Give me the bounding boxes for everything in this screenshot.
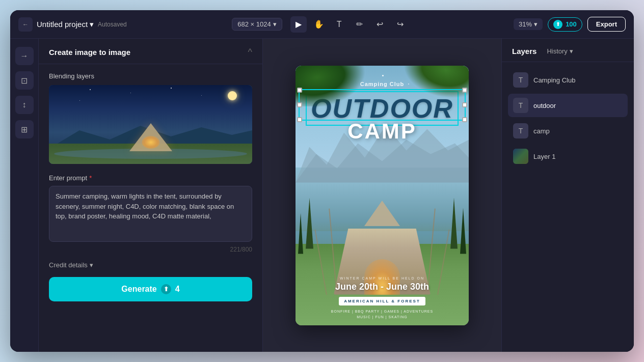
zoom-control[interactable]: 31% ▾ <box>514 18 543 30</box>
layer-item[interactable]: Layer 1 <box>508 145 628 168</box>
redo-button[interactable]: ↪ <box>392 16 409 33</box>
history-tab[interactable]: History ▾ <box>547 47 573 55</box>
select-tool-button[interactable]: ▶ <box>290 16 307 33</box>
panel-body: Blending layers <box>39 64 262 352</box>
left-panel: Create image to image ^ Blending layers <box>39 39 263 352</box>
canvas-poster: Camping Club OUTDOOR <box>296 66 469 325</box>
poster: Camping Club OUTDOOR <box>296 66 469 325</box>
generate-button[interactable]: Generate ⬆ 4 <box>49 277 252 301</box>
pen-tool-button[interactable]: ✏ <box>352 16 368 33</box>
history-tab-chevron: ▾ <box>570 47 573 55</box>
export-button[interactable]: Export <box>587 17 626 32</box>
panel-title: Create image to image <box>49 48 130 57</box>
sidebar-icons: → ⊡ ↕ ⊞ <box>10 39 39 352</box>
poster-camp-text: CAMP <box>296 119 469 144</box>
credit-details-label: Credit details <box>49 261 88 269</box>
header-right: 31% ▾ ⬆ 100 Export <box>514 17 626 32</box>
layer-name: camp <box>533 127 550 135</box>
prompt-label: Enter prompt <box>49 174 87 182</box>
prompt-section: Enter prompt * 221/800 <box>49 174 252 253</box>
credit-icon: ⬆ <box>553 20 562 29</box>
blending-label: Blending layers <box>49 72 252 80</box>
back-button[interactable]: ← <box>18 17 33 32</box>
canvas-size-dropdown[interactable]: 682 × 1024 ▾ <box>232 18 282 31</box>
toolbar-tools: ▶ ✋ T ✏ ↩ ↪ <box>290 16 409 33</box>
required-star: * <box>89 174 92 182</box>
zoom-chevron: ▾ <box>534 20 538 28</box>
panel-collapse-button[interactable]: ^ <box>248 47 252 58</box>
zoom-level-text: 31% <box>519 20 532 28</box>
canvas-size-text: 682 × 1024 <box>237 20 271 28</box>
tent-illustration <box>49 85 252 164</box>
layer-item[interactable]: T camp <box>508 119 628 143</box>
char-count: 221/800 <box>49 246 252 253</box>
header-center: 682 × 1024 ▾ ▶ ✋ T ✏ ↩ ↪ <box>133 16 507 33</box>
canvas-area[interactable]: Camping Club OUTDOOR <box>263 39 501 352</box>
sidebar-icon-grid[interactable]: ⊞ <box>15 120 34 138</box>
right-panel: Layers History ▾ T Camping Club T outdoo… <box>501 39 634 352</box>
layer-name: Layer 1 <box>533 153 555 160</box>
sidebar-icon-image[interactable]: ⊡ <box>15 71 34 90</box>
sidebar-icon-transform[interactable]: ↕ <box>15 96 34 114</box>
hand-tool-button[interactable]: ✋ <box>311 16 327 33</box>
activities-line1: BONFIRE | BBQ PARTY | GAMES | ADVENTURES <box>303 309 461 314</box>
right-panel-header: Layers History ▾ <box>502 39 634 62</box>
history-tab-label: History <box>547 47 567 55</box>
panel-header: Create image to image ^ <box>39 39 262 64</box>
credit-count: 100 <box>566 20 577 28</box>
header: ← Untitled project ▾ Autosaved 682 × 102… <box>10 10 634 39</box>
prompt-textarea[interactable] <box>49 186 252 242</box>
project-title-text: Untitled project <box>37 20 88 29</box>
winter-camp-label: WINTER CAMP WILL BE HELD ON <box>303 276 461 280</box>
layer-text-icon: T <box>513 98 528 113</box>
prompt-label-row: Enter prompt * <box>49 174 252 182</box>
activities-line2: MUSIC | FUN | SKATING <box>303 314 461 320</box>
camp-text: CAMP <box>347 119 417 143</box>
generate-count: 4 <box>175 285 180 294</box>
header-left: ← Untitled project ▾ Autosaved <box>18 17 127 32</box>
generate-icon: ⬆ <box>161 284 171 294</box>
layer-text-icon: T <box>513 123 528 138</box>
credit-details-chevron: ▾ <box>90 261 93 269</box>
layer-thumbnail <box>513 149 528 164</box>
layers-tab[interactable]: Layers <box>512 47 536 55</box>
layer-name: Camping Club <box>533 76 575 84</box>
date-text: June 20th - June 30th <box>303 282 461 292</box>
layers-list: T Camping Club T outdoor T camp <box>502 62 634 352</box>
location-badge: AMERICAN HILL & FOREST <box>339 297 425 305</box>
autosaved-label: Autosaved <box>98 21 127 28</box>
credit-details-dropdown[interactable]: Credit details ▾ <box>49 261 252 269</box>
layer-item[interactable]: T outdoor <box>508 94 628 117</box>
app-window: ← Untitled project ▾ Autosaved 682 × 102… <box>10 10 634 352</box>
layer-item[interactable]: T Camping Club <box>508 68 628 92</box>
poster-bottom-info: WINTER CAMP WILL BE HELD ON June 20th - … <box>296 271 469 325</box>
sidebar-icon-arrow[interactable]: → <box>15 47 34 65</box>
blending-image[interactable] <box>49 85 252 164</box>
layer-name: outdoor <box>533 102 556 109</box>
project-title-dropdown[interactable]: Untitled project ▾ <box>37 20 94 29</box>
undo-button[interactable]: ↩ <box>372 16 388 33</box>
text-tool-button[interactable]: T <box>331 16 347 33</box>
main-content: → ⊡ ↕ ⊞ Create image to image ^ Blending… <box>10 39 634 352</box>
project-title-chevron: ▾ <box>90 20 94 29</box>
canvas-size-chevron: ▾ <box>273 20 277 28</box>
layer-text-icon: T <box>513 72 528 88</box>
credit-badge[interactable]: ⬆ 100 <box>548 17 582 32</box>
generate-label: Generate <box>121 285 156 294</box>
